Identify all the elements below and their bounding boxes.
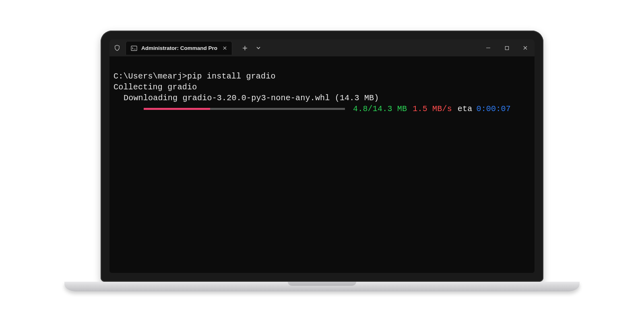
window-titlebar: Administrator: Command Pro <box>109 39 535 56</box>
terminal-output[interactable]: C:\Users\mearj>pip install gradio Collec… <box>109 56 535 118</box>
progress-row: 4.8/14.3 MB 1.5 MB/s eta 0:00:07 <box>114 103 530 114</box>
output-collecting: Collecting gradio <box>114 82 530 93</box>
prompt-line: C:\Users\mearj>pip install gradio <box>114 71 530 82</box>
laptop-base <box>64 282 580 291</box>
terminal-window: Administrator: Command Pro <box>109 39 535 273</box>
progress-eta: 0:00:07 <box>476 103 510 114</box>
minimize-button[interactable] <box>479 39 497 56</box>
command-text: pip install gradio <box>187 72 276 81</box>
maximize-button[interactable] <box>497 39 516 56</box>
eta-label: eta <box>458 103 473 114</box>
svg-rect-1 <box>505 46 508 50</box>
laptop-mockup: Administrator: Command Pro <box>101 31 543 291</box>
terminal-icon <box>131 45 137 51</box>
shield-icon <box>114 44 121 52</box>
progress-fill <box>144 108 210 110</box>
tab-close-button[interactable] <box>221 45 228 52</box>
tab-title: Administrator: Command Pro <box>141 45 217 51</box>
close-button[interactable] <box>516 39 535 56</box>
laptop-bezel: Administrator: Command Pro <box>101 31 543 282</box>
svg-rect-0 <box>131 46 137 50</box>
prompt: C:\Users\mearj> <box>114 72 187 81</box>
progress-bar <box>144 108 345 110</box>
output-downloading: Downloading gradio-3.20.0-py3-none-any.w… <box>114 93 530 103</box>
tab-dropdown-button[interactable] <box>252 42 264 54</box>
progress-size: 4.8/14.3 MB <box>353 103 407 114</box>
laptop-notch <box>288 282 356 286</box>
new-tab-button[interactable] <box>239 42 251 54</box>
tab-actions <box>239 42 264 54</box>
window-controls <box>479 39 535 56</box>
titlebar-left: Administrator: Command Pro <box>109 41 264 55</box>
progress-speed: 1.5 MB/s <box>413 103 452 114</box>
terminal-tab[interactable]: Administrator: Command Pro <box>126 41 232 55</box>
